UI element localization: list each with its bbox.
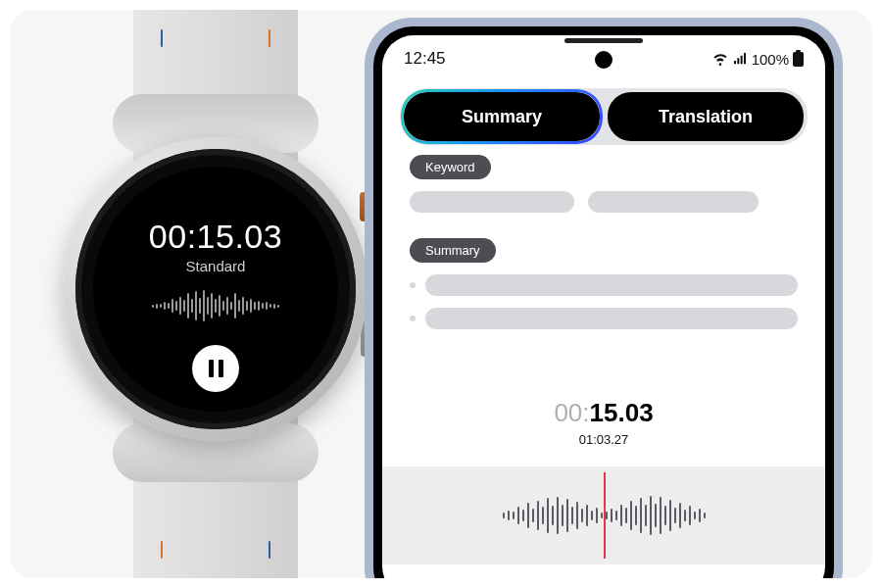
stage: 00:15.03 Standard 12:45 100% [10,10,872,578]
watch-mode-label: Standard [186,258,246,274]
keyword-placeholders [410,191,798,213]
phone-bezel: 12:45 100% Summary Translation [373,26,834,578]
tab-summary[interactable]: Summary [404,92,600,141]
watch-screen: 00:15.03 Standard [93,167,338,412]
tab-bar: Summary Translation [400,88,808,145]
phone-device: 12:45 100% Summary Translation [365,18,843,578]
placeholder [410,191,574,213]
playhead-indicator [604,472,606,559]
band-stitch [269,29,270,47]
phone-waveform[interactable] [382,466,825,564]
phone-speaker [564,38,643,43]
total-time: 01:03.27 [382,432,825,447]
status-right: 100% [712,51,804,68]
elapsed-prefix: 00: [554,398,589,427]
band-stitch [269,541,270,559]
placeholder [425,274,798,296]
battery-icon [793,52,804,67]
summary-line [410,308,798,329]
pause-button[interactable] [192,345,239,392]
band-stitch [161,29,163,47]
elapsed-main: 15.03 [590,398,654,427]
playback-timer: 00:15.03 01:03.27 [382,398,825,447]
content-area: Keyword Summary [410,155,798,329]
band-stitch [161,541,163,559]
section-chip-keyword: Keyword [410,155,491,179]
placeholder [588,191,759,213]
tab-label: Translation [659,107,753,127]
watch-device: 00:15.03 Standard [64,10,368,578]
tab-translation[interactable]: Translation [608,92,804,141]
tab-label: Summary [462,107,542,127]
summary-line [410,274,798,296]
status-time: 12:45 [404,49,446,69]
phone-screen: 12:45 100% Summary Translation [382,35,825,578]
bullet-icon [410,316,416,321]
battery-percent: 100% [752,51,789,68]
section-chip-summary: Summary [410,238,496,263]
watch-waveform [152,288,279,323]
wifi-icon [712,51,728,67]
signal-icon [732,51,748,67]
pause-icon [219,360,223,377]
bullet-icon [410,282,416,288]
status-bar: 12:45 100% [382,49,825,69]
pause-icon [209,360,214,377]
watch-timer: 00:15.03 [149,218,282,256]
placeholder [425,308,798,329]
elapsed-time: 00:15.03 [382,398,825,428]
